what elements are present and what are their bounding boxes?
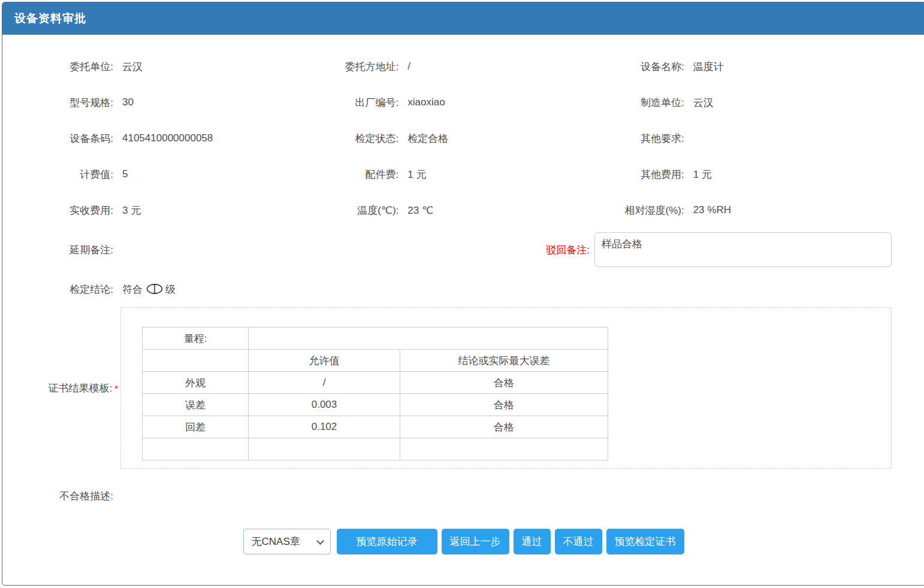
range-value-cell[interactable] bbox=[249, 328, 608, 350]
fail-description-row: 不合格描述: bbox=[35, 488, 892, 504]
table-row: 回差 0.102 合格 bbox=[143, 416, 608, 438]
conclusion-value: 符合 级 bbox=[122, 281, 176, 298]
field-humidity: 相对湿度(%): 23 %RH bbox=[606, 192, 892, 228]
page-title: 设备资料审批 bbox=[14, 11, 86, 26]
field-value: 30 bbox=[122, 96, 134, 108]
field-label: 检定状态: bbox=[321, 132, 398, 146]
certificate-template-box: 量程: 允许值 结论或实际最大误差 外观 / 合格 误差 bbox=[120, 307, 892, 469]
field-value: 1 元 bbox=[407, 168, 426, 181]
certificate-template-label: 证书结果模板:* bbox=[35, 381, 118, 395]
header-cell-item bbox=[143, 350, 249, 372]
field-value: 云汉 bbox=[693, 96, 714, 110]
conclusion-suffix: 级 bbox=[165, 283, 176, 296]
field-device-name: 设备名称: 温度计 bbox=[606, 49, 892, 84]
form-grid: 委托单位: 云汉 委托方地址: / 设备名称: 温度计 型号规格: 30 出厂编… bbox=[35, 49, 892, 307]
table-row bbox=[143, 438, 608, 460]
field-label: 委托方地址: bbox=[321, 60, 398, 74]
field-label: 相对湿度(%): bbox=[606, 204, 684, 217]
field-value: 4105410000000058 bbox=[122, 132, 213, 144]
certificate-template-section: 证书结果模板:* 量程: 允许值 结论或实际最大误差 外观 bbox=[35, 307, 892, 469]
grade-level-icon bbox=[146, 283, 163, 298]
cell-item bbox=[143, 438, 249, 460]
field-entrust-unit: 委托单位: 云汉 bbox=[35, 49, 321, 84]
table-row: 误差 0.003 合格 bbox=[143, 394, 608, 416]
approval-panel: 设备资料审批 委托单位: 云汉 委托方地址: / 设备名称: 温度计 型号规格:… bbox=[2, 2, 924, 586]
field-temperature: 温度(℃): 23 ℃ bbox=[321, 192, 606, 228]
certificate-result-table: 量程: 允许值 结论或实际最大误差 外观 / 合格 误差 bbox=[142, 327, 608, 460]
field-other-requirements: 其他要求: bbox=[606, 120, 892, 156]
approval-form: 委托单位: 云汉 委托方地址: / 设备名称: 温度计 型号规格: 30 出厂编… bbox=[2, 49, 924, 554]
field-label: 型号规格: bbox=[35, 96, 113, 110]
cnas-seal-select[interactable]: 无CNAS章 bbox=[243, 529, 331, 554]
cell-result[interactable]: 合格 bbox=[400, 416, 608, 438]
field-model-spec: 型号规格: 30 bbox=[35, 84, 321, 120]
field-value: / bbox=[407, 60, 410, 72]
field-label: 委托单位: bbox=[35, 60, 113, 74]
field-label: 设备条码: bbox=[35, 132, 113, 146]
actions-bar: 无CNAS章 预览原始记录 返回上一步 通过 不通过 预览检定证书 bbox=[35, 529, 892, 554]
preview-original-record-button[interactable]: 预览原始记录 bbox=[337, 529, 437, 554]
header-cell-result: 结论或实际最大误差 bbox=[400, 350, 608, 372]
field-received-fee: 实收费用: 3 元 bbox=[35, 192, 321, 228]
reject-remark-textarea[interactable]: 样品合格 bbox=[594, 232, 892, 267]
cell-allowed[interactable] bbox=[249, 438, 400, 460]
back-step-button[interactable]: 返回上一步 bbox=[442, 529, 509, 554]
reject-remark-label: 驳回备注: bbox=[546, 243, 590, 257]
cell-result[interactable]: 合格 bbox=[400, 394, 608, 416]
field-label: 检定结论: bbox=[35, 283, 113, 296]
fail-description-label: 不合格描述: bbox=[35, 489, 113, 503]
field-accessory-fee: 配件费: 1 元 bbox=[321, 156, 606, 192]
field-value: xiaoxiao bbox=[407, 96, 445, 108]
table-row-range: 量程: bbox=[143, 328, 608, 350]
cell-item: 回差 bbox=[143, 416, 249, 438]
field-factory-number: 出厂编号: xiaoxiao bbox=[321, 84, 606, 120]
field-value: 检定合格 bbox=[407, 132, 448, 146]
cell-allowed[interactable]: 0.102 bbox=[249, 416, 400, 438]
field-client-address: 委托方地址: / bbox=[321, 49, 606, 84]
reject-remark-row: 驳回备注: 样品合格 bbox=[321, 228, 892, 271]
field-label: 出厂编号: bbox=[321, 96, 398, 110]
cell-item: 误差 bbox=[143, 394, 249, 416]
field-verification-conclusion: 检定结论: 符合 级 bbox=[35, 271, 606, 307]
header-cell-allowed: 允许值 bbox=[249, 350, 400, 372]
field-value: 1 元 bbox=[693, 168, 712, 181]
preview-certificate-button[interactable]: 预览检定证书 bbox=[606, 529, 684, 554]
field-device-barcode: 设备条码: 4105410000000058 bbox=[35, 120, 321, 156]
field-delay-remark: 延期备注: bbox=[35, 228, 321, 271]
cell-allowed[interactable]: / bbox=[249, 372, 400, 394]
cell-result[interactable]: 合格 bbox=[400, 372, 608, 394]
field-value: 5 bbox=[122, 168, 128, 180]
field-label: 温度(℃): bbox=[321, 204, 398, 217]
reject-button[interactable]: 不通过 bbox=[555, 529, 602, 554]
cell-allowed[interactable]: 0.003 bbox=[249, 394, 400, 416]
field-label: 其他费用: bbox=[606, 168, 684, 181]
field-label: 配件费: bbox=[321, 168, 398, 181]
field-value: 23 ℃ bbox=[407, 204, 433, 217]
field-label: 实收费用: bbox=[35, 204, 113, 217]
panel-header: 设备资料审批 bbox=[2, 2, 924, 35]
range-label-cell: 量程: bbox=[143, 328, 249, 350]
field-label: 设备名称: bbox=[606, 60, 684, 74]
approve-button[interactable]: 通过 bbox=[514, 529, 551, 554]
cnas-seal-select-wrap: 无CNAS章 bbox=[243, 529, 331, 554]
field-value: 温度计 bbox=[693, 60, 724, 74]
table-header-row: 允许值 结论或实际最大误差 bbox=[143, 350, 608, 372]
field-label: 其他要求: bbox=[606, 132, 684, 146]
field-manufacturer: 制造单位: 云汉 bbox=[606, 84, 892, 120]
field-other-fee: 其他费用: 1 元 bbox=[606, 156, 892, 192]
cell-result[interactable] bbox=[400, 438, 608, 460]
field-value: 23 %RH bbox=[693, 204, 731, 216]
field-label: 延期备注: bbox=[35, 243, 113, 257]
conclusion-prefix: 符合 bbox=[122, 283, 143, 296]
field-value: 3 元 bbox=[122, 204, 141, 217]
table-row: 外观 / 合格 bbox=[143, 372, 608, 394]
field-billing-value: 计费值: 5 bbox=[35, 156, 321, 192]
required-asterisk: * bbox=[114, 383, 118, 393]
field-value: 云汉 bbox=[122, 60, 143, 74]
field-label: 计费值: bbox=[35, 168, 113, 181]
field-verification-status: 检定状态: 检定合格 bbox=[321, 120, 606, 156]
field-label: 制造单位: bbox=[606, 96, 684, 110]
cell-item: 外观 bbox=[143, 372, 249, 394]
